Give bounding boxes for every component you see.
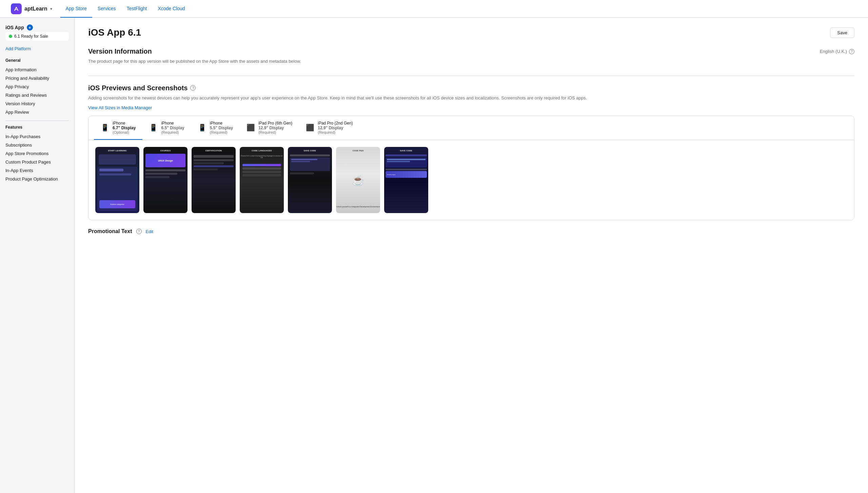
screenshot-code-pen[interactable]: CODE PEN ☕ Unlock yourself to a Integrat… <box>336 147 380 213</box>
device-ipad-2nd-req: (Required) <box>318 130 353 134</box>
sidebar-item-app-review[interactable]: App Review <box>5 108 69 116</box>
ios-app-title: iOS App <box>5 25 24 30</box>
screenshots-title: iOS Previews and Screenshots <box>88 84 188 92</box>
sidebar-divider <box>5 120 69 121</box>
promotional-text-row: Promotional Text ? Edit <box>88 228 854 234</box>
device-67-req: (Optional) <box>113 130 136 134</box>
ready-for-sale-dot <box>9 35 12 38</box>
device-67-name: iPhone <box>113 121 136 126</box>
device-55-name: iPhone <box>210 121 233 126</box>
save-button[interactable]: Save <box>830 27 854 38</box>
promotional-text-edit-link[interactable]: Edit <box>146 229 153 234</box>
device-ipad-2nd-size: 12.9" Display <box>318 126 353 130</box>
sidebar-item-app-store-promotions[interactable]: App Store Promotions <box>5 149 69 158</box>
version-badge-text: 6.1 Ready for Sale <box>14 34 48 39</box>
nav-services[interactable]: Services <box>92 0 121 18</box>
device-ipad-6th-label: iPad Pro (6th Gen) 12.9" Display (Requir… <box>258 121 292 134</box>
chevron-down-icon: ▾ <box>50 6 52 11</box>
promotional-text-help-icon[interactable]: ? <box>136 229 142 234</box>
sidebar-item-in-app-purchases[interactable]: In-App Purchases <box>5 132 69 141</box>
nav-xcode-cloud[interactable]: Xcode Cloud <box>152 0 190 18</box>
sidebar-item-pricing[interactable]: Pricing and Availability <box>5 74 69 82</box>
nav-links: App Store Services TestFlight Xcode Clou… <box>60 0 191 18</box>
screenshot-code-languages[interactable]: CODE LANGUAGES Choose from a stack of pr… <box>240 147 284 213</box>
device-ipad-6th-name: iPad Pro (6th Gen) <box>258 121 292 126</box>
page-header: iOS App 6.1 Save <box>88 27 854 38</box>
ipad-6th-icon: ⬛ <box>246 124 255 132</box>
screenshots-section: iOS Previews and Screenshots ? Adding sc… <box>88 84 854 235</box>
language-label: English (U.K.) <box>820 49 847 54</box>
main-content: iOS App 6.1 Save Version Information Eng… <box>75 18 868 493</box>
language-selector: English (U.K.) ? <box>820 49 854 54</box>
nav-testflight[interactable]: TestFlight <box>121 0 153 18</box>
sidebar: iOS App + 6.1 Ready for Sale Add Platfor… <box>0 18 75 493</box>
device-tab-iphone-67[interactable]: 📱 iPhone 6.7" Display (Optional) <box>94 116 142 140</box>
device-tab-ipad-pro-2nd[interactable]: ⬛ iPad Pro (2nd Gen) 12.9" Display (Requ… <box>299 116 359 140</box>
device-55-label: iPhone 5.5" Display (Required) <box>210 121 233 134</box>
device-55-req: (Required) <box>210 130 233 134</box>
section-divider-1 <box>88 76 854 76</box>
version-info-header: Version Information English (U.K.) ? <box>88 48 854 55</box>
sidebar-item-ratings[interactable]: Ratings and Reviews <box>5 91 69 99</box>
ipad-2nd-icon: ⬛ <box>306 124 314 132</box>
device-67-label: iPhone 6.7" Display (Optional) <box>113 121 136 134</box>
page-title: iOS App 6.1 <box>88 27 141 38</box>
device-67-size: 6.7" Display <box>113 126 136 130</box>
top-navigation: aptLearn ▾ App Store Services TestFlight… <box>0 0 868 18</box>
general-section-title: General <box>5 58 69 63</box>
screenshot-start-learning[interactable]: START LEARNING Explore categories <box>95 147 139 213</box>
device-ipad-6th-req: (Required) <box>258 130 292 134</box>
device-ipad-6th-size: 12.9" Display <box>258 126 292 130</box>
version-badge[interactable]: 6.1 Ready for Sale <box>5 32 69 41</box>
promotional-text-label: Promotional Text <box>88 228 132 234</box>
sidebar-item-custom-product-pages[interactable]: Custom Product Pages <box>5 158 69 166</box>
version-info-title: Version Information <box>88 48 152 55</box>
screenshots-help-icon[interactable]: ? <box>190 85 196 91</box>
version-info-section: Version Information English (U.K.) ? The… <box>88 48 854 65</box>
device-55-size: 5.5" Display <box>210 126 233 130</box>
device-65-size: 6.5" Display <box>161 126 184 130</box>
screenshots-desc: Adding screenshots for the newest device… <box>88 95 854 101</box>
features-section-title: Features <box>5 125 69 130</box>
screenshots-header: iOS Previews and Screenshots ? <box>88 84 854 92</box>
version-info-help-icon[interactable]: ? <box>849 49 854 54</box>
device-tab-iphone-55[interactable]: 📱 iPhone 5.5" Display (Required) <box>191 116 240 140</box>
screenshots-grid: START LEARNING Explore categories <box>88 140 854 220</box>
version-info-desc: The product page for this app version wi… <box>88 58 854 65</box>
device-65-label: iPhone 6.5" Display (Required) <box>161 121 184 134</box>
sidebar-item-app-information[interactable]: App Information <box>5 65 69 74</box>
device-ipad-2nd-label: iPad Pro (2nd Gen) 12.9" Display (Requir… <box>318 121 353 134</box>
sidebar-item-product-page-optimization[interactable]: Product Page Optimization <box>5 175 69 183</box>
sidebar-item-subscriptions[interactable]: Subscriptions <box>5 141 69 149</box>
device-65-req: (Required) <box>161 130 184 134</box>
iphone-65-icon: 📱 <box>149 124 158 132</box>
device-tab-ipad-pro-6th[interactable]: ⬛ iPad Pro (6th Gen) 12.9" Display (Requ… <box>240 116 299 140</box>
view-all-sizes-link[interactable]: View All Sizes in Media Manager <box>88 105 152 110</box>
screenshot-save-code-1[interactable]: SAVE CODE <box>288 147 332 213</box>
device-65-name: iPhone <box>161 121 184 126</box>
add-platform-icon[interactable]: + <box>27 24 33 31</box>
main-layout: iOS App + 6.1 Ready for Sale Add Platfor… <box>0 18 868 493</box>
screenshots-container: 📱 iPhone 6.7" Display (Optional) 📱 iPhon… <box>88 116 854 220</box>
device-tabs: 📱 iPhone 6.7" Display (Optional) 📱 iPhon… <box>88 116 854 140</box>
brand-icon <box>11 3 22 14</box>
screenshot-save-code-2[interactable]: SAVE CODE School project <box>384 147 428 213</box>
sidebar-item-version-history[interactable]: Version History <box>5 99 69 108</box>
nav-app-store[interactable]: App Store <box>60 0 92 18</box>
device-tab-iphone-65[interactable]: 📱 iPhone 6.5" Display (Required) <box>142 116 191 140</box>
add-platform-link[interactable]: Add Platform <box>5 46 69 51</box>
iphone-67-icon: 📱 <box>101 124 109 132</box>
sidebar-item-in-app-events[interactable]: In-App Events <box>5 166 69 175</box>
brand-name: aptLearn <box>24 6 47 12</box>
sidebar-item-app-privacy[interactable]: App Privacy <box>5 82 69 91</box>
brand-logo[interactable]: aptLearn ▾ <box>11 3 52 14</box>
screenshot-certification[interactable]: CERTIFICATION <box>192 147 236 213</box>
iphone-55-icon: 📱 <box>198 124 206 132</box>
ios-app-header: iOS App + <box>5 24 69 31</box>
device-ipad-2nd-name: iPad Pro (2nd Gen) <box>318 121 353 126</box>
screenshot-courses[interactable]: COURSES UI/UX Design <box>143 147 188 213</box>
